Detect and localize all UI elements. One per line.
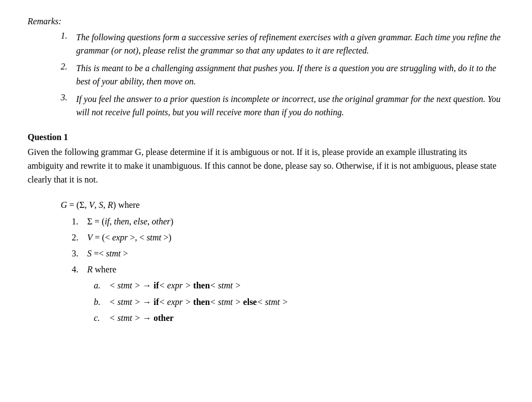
remarks-list: 1. The following questions form a succes… [61,31,504,119]
list-item: 3. S =< stmt > [72,246,504,261]
rule-text: < stmt > → if< expr > then< stmt > [109,278,241,293]
grammar-item-number: 4. [72,262,87,277]
question-body: Given the following grammar G, please de… [28,146,504,186]
list-item: 3. If you feel the answer to a prior que… [61,93,504,119]
question-title: Question 1 [28,132,504,142]
list-number: 2. [61,62,76,88]
remarks-section: Remarks: 1. The following questions form… [28,17,504,119]
list-number: 3. [61,93,76,119]
grammar-block: G = (Σ, V, S, R) where 1. Σ = (if, then,… [61,197,504,325]
list-item: 2. This is meant to be a challenging ass… [61,62,504,88]
rule-item-b: b. < stmt > → if< expr > then< stmt > el… [94,294,504,309]
list-number: 1. [61,31,76,57]
list-item: 1. Σ = (if, then, else, other) [72,214,504,229]
rule-label: c. [94,310,109,325]
rule-item-a: a. < stmt > → if< expr > then< stmt > [94,278,504,293]
grammar-item-text: Σ = (if, then, else, other) [87,214,173,229]
grammar-header: G = (Σ, V, S, R) where [61,197,504,212]
grammar-item-number: 3. [72,246,87,261]
grammar-item-number: 2. [72,230,87,245]
grammar-rules-list: a. < stmt > → if< expr > then< stmt > b.… [94,278,504,325]
list-item: 2. V = (< expr >, < stmt >) [72,230,504,245]
list-text: If you feel the answer to a prior questi… [76,93,504,119]
list-item: 4. R where [72,262,504,277]
grammar-item-text: V = (< expr >, < stmt >) [87,230,172,245]
rule-label: b. [94,294,109,309]
remarks-label: Remarks: [28,17,504,26]
list-text: This is meant to be a challenging assign… [76,62,504,88]
grammar-item-text: R where [87,262,116,277]
grammar-item-text: S =< stmt > [87,246,128,261]
list-item: 1. The following questions form a succes… [61,31,504,57]
rule-text: < stmt > → other [109,310,174,325]
rule-item-c: c. < stmt > → other [94,310,504,325]
question-section: Question 1 Given the following grammar G… [28,132,504,325]
rule-label: a. [94,278,109,293]
grammar-item-number: 1. [72,214,87,229]
rule-text: < stmt > → if< expr > then< stmt > else<… [109,294,288,309]
list-text: The following questions form a successiv… [76,31,504,57]
grammar-list: 1. Σ = (if, then, else, other) 2. V = (<… [72,214,504,277]
